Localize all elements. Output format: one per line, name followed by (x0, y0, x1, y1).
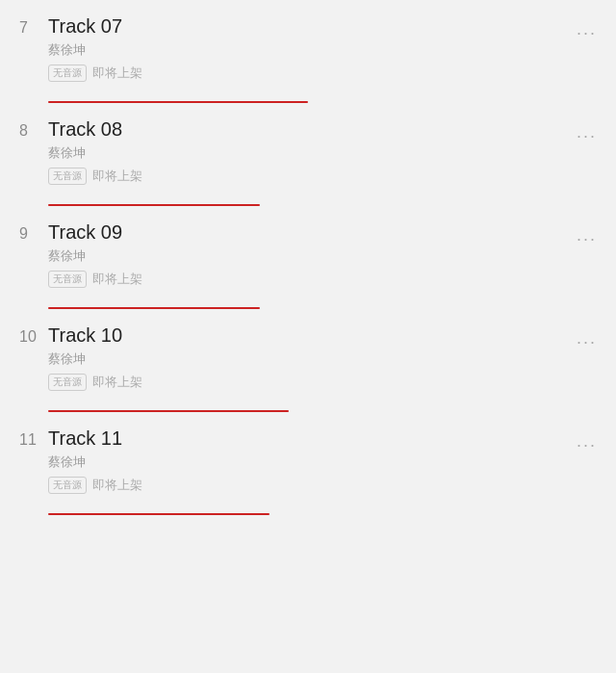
track-info: Track 08 蔡徐坤 无音源 即将上架 (48, 118, 577, 206)
track-meta: 无音源 即将上架 (48, 477, 577, 494)
more-button[interactable]: ··· (577, 118, 597, 146)
track-list: 7 Track 07 蔡徐坤 无音源 即将上架 ··· 8 Track 08 蔡… (0, 0, 616, 515)
track-title: Track 11 (48, 427, 577, 450)
track-item[interactable]: 11 Track 11 蔡徐坤 无音源 即将上架 ··· (0, 412, 616, 515)
more-button[interactable]: ··· (577, 427, 597, 455)
coming-soon-label: 即将上架 (92, 168, 142, 185)
coming-soon-label: 即将上架 (92, 271, 142, 288)
track-title: Track 09 (48, 221, 577, 244)
track-meta: 无音源 即将上架 (48, 65, 577, 82)
coming-soon-label: 即将上架 (92, 374, 142, 391)
track-number: 11 (19, 427, 48, 449)
track-info: Track 11 蔡徐坤 无音源 即将上架 (48, 427, 577, 515)
track-item[interactable]: 9 Track 09 蔡徐坤 无音源 即将上架 ··· (0, 206, 616, 309)
more-button[interactable]: ··· (577, 324, 597, 352)
track-title: Track 07 (48, 15, 577, 38)
track-title: Track 08 (48, 118, 577, 141)
coming-soon-label: 即将上架 (92, 65, 142, 82)
red-underline (48, 513, 270, 515)
track-number: 8 (19, 118, 48, 140)
track-artist: 蔡徐坤 (48, 350, 577, 368)
track-meta: 无音源 即将上架 (48, 271, 577, 288)
track-number: 10 (19, 324, 48, 346)
track-info: Track 07 蔡徐坤 无音源 即将上架 (48, 15, 577, 103)
track-artist: 蔡徐坤 (48, 247, 577, 265)
track-meta: 无音源 即将上架 (48, 374, 577, 391)
track-artist: 蔡徐坤 (48, 144, 577, 162)
track-meta: 无音源 即将上架 (48, 168, 577, 185)
track-item[interactable]: 10 Track 10 蔡徐坤 无音源 即将上架 ··· (0, 309, 616, 412)
coming-soon-label: 即将上架 (92, 477, 142, 494)
track-info: Track 10 蔡徐坤 无音源 即将上架 (48, 324, 577, 412)
no-lyrics-badge: 无音源 (48, 168, 87, 185)
track-item[interactable]: 8 Track 08 蔡徐坤 无音源 即将上架 ··· (0, 103, 616, 206)
no-lyrics-badge: 无音源 (48, 477, 87, 494)
no-lyrics-badge: 无音源 (48, 271, 87, 288)
track-number: 9 (19, 221, 48, 243)
no-lyrics-badge: 无音源 (48, 65, 87, 82)
more-button[interactable]: ··· (577, 221, 597, 249)
track-artist: 蔡徐坤 (48, 41, 577, 59)
track-info: Track 09 蔡徐坤 无音源 即将上架 (48, 221, 577, 309)
track-artist: 蔡徐坤 (48, 453, 577, 471)
track-item[interactable]: 7 Track 07 蔡徐坤 无音源 即将上架 ··· (0, 0, 616, 103)
track-title: Track 10 (48, 324, 577, 347)
track-number: 7 (19, 15, 48, 37)
more-button[interactable]: ··· (577, 15, 597, 43)
no-lyrics-badge: 无音源 (48, 374, 87, 391)
